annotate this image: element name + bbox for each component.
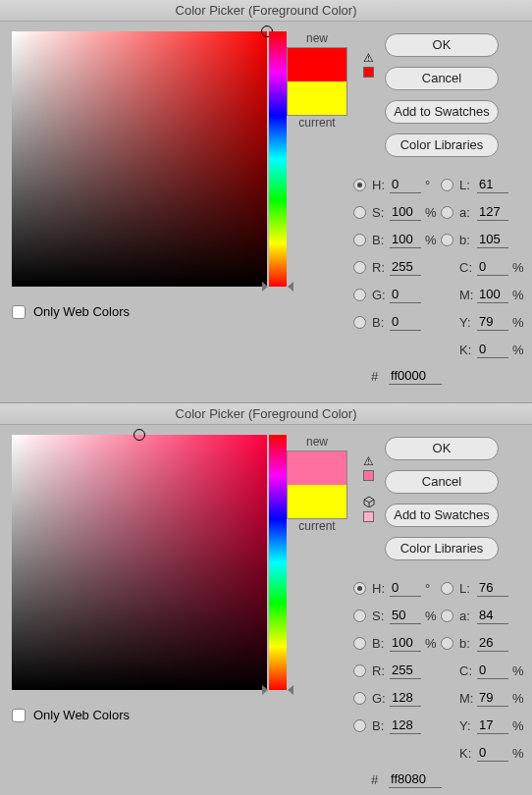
color-picker-dialog: Color Picker (Foreground Color) Only Web… <box>0 0 532 403</box>
saturation-radio[interactable] <box>353 610 366 622</box>
cancel-button[interactable]: Cancel <box>385 67 499 90</box>
b-lab-radio[interactable] <box>441 637 453 650</box>
new-label: new <box>287 435 347 449</box>
brightness-radio[interactable] <box>353 637 366 650</box>
black-input[interactable] <box>477 341 508 358</box>
saturation-input[interactable] <box>390 203 421 221</box>
brightness-radio[interactable] <box>353 234 366 246</box>
red-input[interactable] <box>390 258 421 276</box>
gamut-warning-icon[interactable]: ⚠ <box>363 454 374 468</box>
add-to-swatches-button[interactable]: Add to Swatches <box>385 100 499 124</box>
brightness-input[interactable] <box>390 634 421 652</box>
gamut-corrected-swatch[interactable] <box>363 67 374 78</box>
l-input[interactable] <box>477 176 508 193</box>
brightness-input[interactable] <box>390 231 421 248</box>
red-radio[interactable] <box>353 664 366 677</box>
cyan-input[interactable] <box>477 662 508 679</box>
hue-pointer-left[interactable] <box>262 282 268 292</box>
green-radio[interactable] <box>353 692 366 705</box>
gamut-warning-icon[interactable]: ⚠ <box>363 51 374 65</box>
new-color-swatch[interactable] <box>288 48 346 81</box>
only-web-colors-checkbox[interactable] <box>12 709 26 722</box>
cyan-input[interactable] <box>477 258 508 276</box>
hue-input[interactable] <box>390 579 421 597</box>
hue-radio[interactable] <box>353 179 366 191</box>
current-color-swatch[interactable] <box>288 485 346 518</box>
hue-slider[interactable] <box>269 435 287 690</box>
a-input[interactable] <box>477 203 508 221</box>
hex-input[interactable] <box>389 770 442 788</box>
l-radio[interactable] <box>441 179 453 191</box>
a-radio[interactable] <box>441 206 453 219</box>
blue-input[interactable] <box>390 313 421 331</box>
new-color-swatch[interactable] <box>288 451 346 485</box>
websafe-warning-icon[interactable] <box>363 496 375 510</box>
green-input[interactable] <box>390 286 421 303</box>
hue-radio[interactable] <box>353 582 366 595</box>
cancel-button[interactable]: Cancel <box>385 470 499 494</box>
blue-input[interactable] <box>390 716 421 734</box>
ok-button[interactable]: OK <box>385 437 499 460</box>
yellow-input[interactable] <box>477 313 508 331</box>
magenta-input[interactable] <box>477 286 508 303</box>
saturation-radio[interactable] <box>353 206 366 219</box>
saturation-brightness-field[interactable] <box>12 31 267 287</box>
black-input[interactable] <box>477 744 508 762</box>
color-swatches <box>287 450 347 519</box>
current-label: current <box>287 116 347 130</box>
blue-radio[interactable] <box>353 719 366 732</box>
hue-pointer-left[interactable] <box>262 685 268 695</box>
gamut-corrected-swatch[interactable] <box>363 470 374 481</box>
l-radio[interactable] <box>441 582 453 595</box>
magenta-input[interactable] <box>477 689 508 707</box>
green-radio[interactable] <box>353 289 366 301</box>
ok-button[interactable]: OK <box>385 33 499 57</box>
a-input[interactable] <box>477 607 508 624</box>
hue-pointer-right[interactable] <box>288 685 293 695</box>
b-lab-input[interactable] <box>477 231 508 248</box>
only-web-colors-label: Only Web Colors <box>33 304 130 319</box>
hue-input[interactable] <box>390 176 421 193</box>
color-marker[interactable] <box>133 429 145 441</box>
color-picker-dialog: Color Picker (Foreground Color) Only Web… <box>0 403 532 795</box>
b-lab-input[interactable] <box>477 634 508 652</box>
b-lab-radio[interactable] <box>441 234 453 246</box>
new-label: new <box>287 31 347 45</box>
dialog-title: Color Picker (Foreground Color) <box>0 403 532 425</box>
l-input[interactable] <box>477 579 508 597</box>
hue-pointer-right[interactable] <box>288 282 293 292</box>
add-to-swatches-button[interactable]: Add to Swatches <box>385 504 499 527</box>
only-web-colors-label: Only Web Colors <box>33 708 130 722</box>
a-radio[interactable] <box>441 610 453 622</box>
current-color-swatch[interactable] <box>288 81 346 115</box>
websafe-corrected-swatch[interactable] <box>363 511 374 522</box>
red-radio[interactable] <box>353 261 366 274</box>
hex-input[interactable] <box>389 367 442 385</box>
only-web-colors-checkbox[interactable] <box>12 305 26 319</box>
red-input[interactable] <box>390 662 421 679</box>
blue-radio[interactable] <box>353 316 366 329</box>
yellow-input[interactable] <box>477 716 508 734</box>
color-libraries-button[interactable]: Color Libraries <box>385 537 499 560</box>
color-libraries-button[interactable]: Color Libraries <box>385 133 499 157</box>
color-swatches <box>287 47 347 116</box>
dialog-title: Color Picker (Foreground Color) <box>0 0 532 22</box>
current-label: current <box>287 519 347 533</box>
saturation-input[interactable] <box>390 607 421 624</box>
hue-slider[interactable] <box>269 31 287 287</box>
green-input[interactable] <box>390 689 421 707</box>
saturation-brightness-field[interactable] <box>12 435 267 690</box>
